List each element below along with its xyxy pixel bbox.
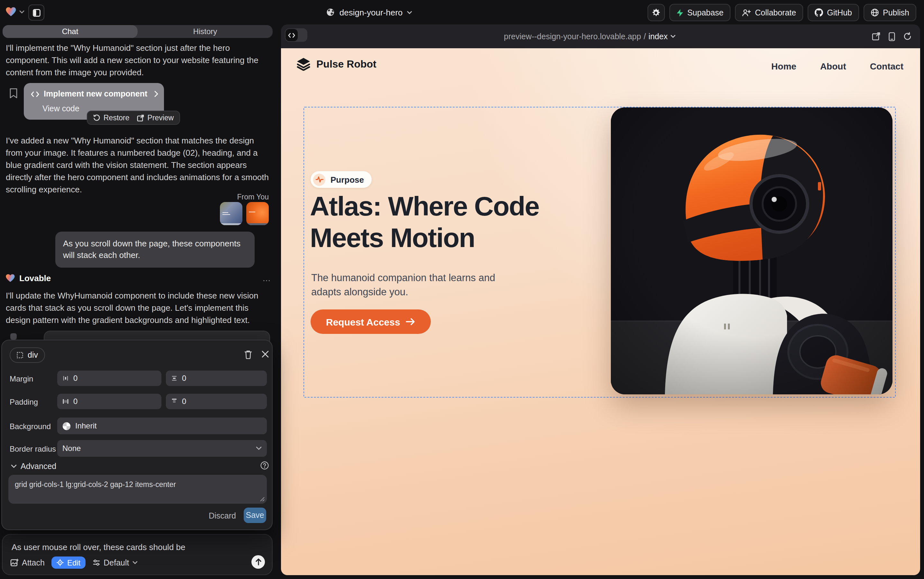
padding-y-icon: [171, 398, 178, 405]
close-icon[interactable]: [262, 351, 269, 358]
collapsed-row-icon: [10, 333, 17, 340]
chevron-down-icon: [670, 35, 676, 38]
attach-label: Attach: [22, 558, 45, 567]
project-name: design-your-hero: [340, 7, 403, 17]
view-code-link[interactable]: View code: [42, 104, 79, 113]
margin-x-input[interactable]: 0: [57, 371, 162, 386]
hero-robot-image: [611, 108, 893, 394]
preview-page: index: [648, 32, 668, 41]
border-radius-select[interactable]: None: [57, 440, 267, 457]
trash-icon[interactable]: [244, 350, 252, 359]
background-value: Inherit: [75, 421, 97, 430]
github-button[interactable]: GitHub: [808, 4, 859, 21]
margin-y-input[interactable]: 0: [166, 371, 267, 386]
assistant-message-2: I've added a new "Why Humanoid" section …: [6, 134, 271, 196]
request-access-label: Request Access: [326, 316, 400, 327]
site-brand[interactable]: Pulse Robot: [296, 58, 377, 71]
save-button[interactable]: Save: [244, 508, 266, 523]
sidebar-panel-icon: [33, 9, 40, 16]
selected-element-tag: div: [28, 351, 38, 360]
tab-history[interactable]: History: [137, 25, 273, 38]
pulse-icon: [315, 176, 323, 183]
mode-label: Default: [103, 558, 129, 567]
project-switcher[interactable]: design-your-hero: [326, 0, 413, 25]
attachment-thumbnail-orange[interactable]: [246, 202, 269, 225]
open-preview-icon: [137, 114, 144, 121]
message-menu-button[interactable]: …: [262, 273, 271, 283]
resize-handle-icon[interactable]: [260, 497, 265, 502]
github-icon: [815, 8, 823, 17]
selected-element-chip[interactable]: div: [10, 347, 45, 363]
version-toolbar: Restore Preview: [87, 111, 180, 125]
restore-button[interactable]: Restore: [93, 114, 129, 122]
open-in-new-tab-icon[interactable]: [872, 32, 880, 41]
chat-panel: Chat History I'll implement the "Why Hum…: [0, 25, 280, 579]
tailwind-classes-textarea[interactable]: grid grid-cols-1 lg:grid-cols-2 gap-12 i…: [8, 475, 267, 504]
help-icon[interactable]: [260, 461, 269, 469]
code-preview-toggle[interactable]: [285, 28, 307, 42]
project-globe-icon: [326, 8, 335, 17]
send-button[interactable]: [251, 555, 265, 569]
edit-mode-button[interactable]: Edit: [52, 556, 85, 569]
assistant-name: Lovable: [19, 273, 51, 283]
code-toggle-segment[interactable]: [286, 29, 298, 41]
advanced-label: Advanced: [21, 462, 56, 471]
supabase-label: Supabase: [687, 8, 724, 17]
settings-button[interactable]: [648, 4, 665, 21]
background-input[interactable]: Inherit: [57, 417, 267, 434]
padding-x-value: 0: [73, 397, 77, 406]
arrow-right-icon: [406, 318, 416, 325]
attachment-thumbnail-blue[interactable]: [220, 202, 242, 225]
composer-input[interactable]: As user mouse roll over, these cards sho…: [11, 542, 186, 552]
refresh-icon[interactable]: [903, 32, 912, 41]
publish-label: Publish: [883, 8, 909, 17]
mode-selector[interactable]: Default: [93, 558, 137, 567]
mobile-view-icon[interactable]: [889, 32, 895, 41]
collaborate-label: Collaborate: [755, 8, 796, 17]
padding-x-input[interactable]: 0: [57, 394, 162, 409]
code-icon: [288, 33, 295, 38]
padding-y-input[interactable]: 0: [166, 394, 267, 409]
preview-url-breadcrumb[interactable]: preview--design-your-hero.lovable.app / …: [504, 25, 675, 48]
publish-button[interactable]: Publish: [864, 4, 916, 21]
collaborate-people-icon: [742, 9, 751, 16]
attach-button[interactable]: Attach: [10, 558, 45, 567]
gear-icon: [652, 8, 661, 17]
collaborate-button[interactable]: Collaborate: [735, 4, 803, 21]
chevron-down-icon: [19, 10, 24, 13]
preview-button[interactable]: Preview: [137, 114, 174, 122]
chat-composer[interactable]: As user mouse roll over, these cards sho…: [2, 534, 273, 575]
sliders-icon: [93, 559, 100, 566]
chevron-right-icon: [154, 91, 158, 97]
request-access-button[interactable]: Request Access: [310, 309, 431, 334]
breadcrumb-separator: /: [644, 32, 646, 41]
top-bar: design-your-hero Supabase: [0, 0, 924, 25]
padding-y-value: 0: [182, 397, 186, 406]
restore-label: Restore: [103, 114, 129, 122]
sidebar-toggle-button[interactable]: [28, 5, 44, 21]
code-icon: [31, 91, 39, 97]
tab-chat[interactable]: Chat: [3, 25, 137, 38]
publish-globe-icon: [871, 8, 879, 17]
nav-contact[interactable]: Contact: [870, 61, 903, 71]
hero-heading-line1: Atlas: Where Code: [310, 191, 539, 221]
element-inspector-panel: div Margin 0 0 Pa: [1, 340, 273, 530]
assistant-message-3: I'll update the WhyHumanoid component to…: [6, 290, 271, 327]
restore-icon: [93, 114, 100, 121]
bookmark-icon[interactable]: [10, 88, 17, 98]
assistant-message-1: I'll implement the "Why Humanoid" sectio…: [6, 42, 271, 79]
chat-history-tabs: Chat History: [3, 25, 273, 38]
discard-button[interactable]: Discard: [209, 512, 236, 520]
edit-label: Edit: [67, 558, 80, 567]
nav-about[interactable]: About: [820, 61, 846, 71]
border-radius-value: None: [62, 444, 81, 453]
chevron-down-icon: [132, 561, 137, 564]
preview-label: Preview: [148, 114, 174, 122]
hero-heading-line2: Meets Motion: [310, 222, 475, 252]
lovable-heart-icon: [6, 274, 15, 283]
advanced-section-toggle[interactable]: Advanced: [11, 462, 56, 471]
edit-target-icon: [57, 559, 64, 566]
nav-home[interactable]: Home: [771, 61, 797, 71]
supabase-button[interactable]: Supabase: [669, 4, 731, 21]
workspace-menu[interactable]: [6, 7, 24, 17]
